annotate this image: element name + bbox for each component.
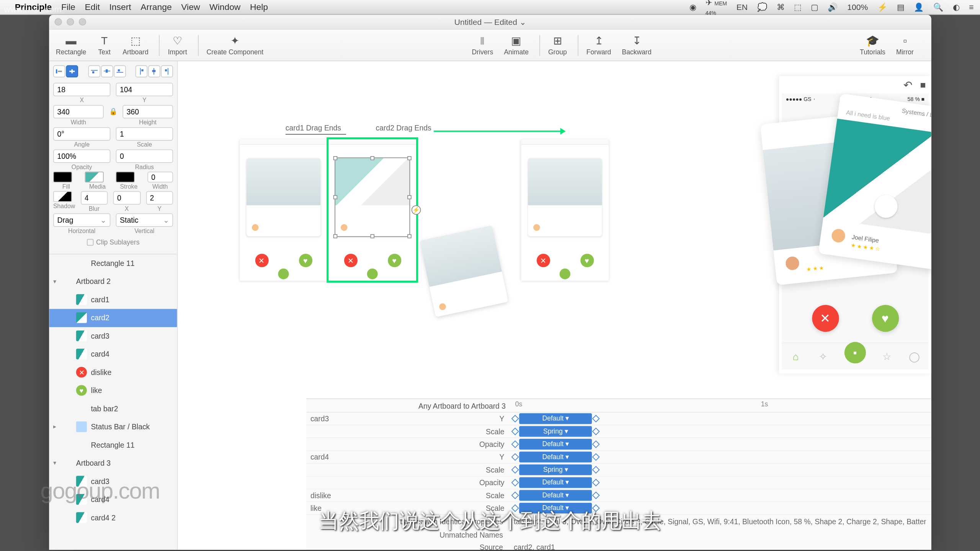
preview-device[interactable]: ●●●●● GS ⬝ 9:41 AM 58 % ■ ★ ★ ★ Systems … — [782, 94, 928, 370]
menu-edit[interactable]: Edit — [85, 2, 100, 12]
shadow-swatch[interactable] — [53, 191, 72, 202]
layer-row[interactable]: card3 — [49, 328, 177, 346]
timeline-row[interactable]: card4YDefault ▾ — [306, 451, 931, 464]
menu-window[interactable]: Window — [209, 2, 240, 12]
timeline-row[interactable]: OpacityDefault ▾ — [306, 438, 931, 451]
timeline-row[interactable]: OpacityDefault ▾ — [306, 476, 931, 489]
tool-tutorials[interactable]: 🎓Tutorials — [860, 35, 885, 56]
traffic-lights[interactable] — [54, 18, 86, 25]
layer-row[interactable]: tab bar2 — [49, 400, 177, 418]
tab-video-icon[interactable]: ▪ — [844, 342, 866, 363]
align-vertical-group[interactable] — [136, 65, 173, 78]
lock-aspect-icon[interactable]: 🔒 — [109, 105, 117, 115]
layer-row[interactable]: Rectangle 11 — [49, 436, 177, 454]
siri-icon[interactable]: ◐ — [953, 2, 960, 12]
media-swatch[interactable] — [85, 172, 103, 183]
tab-home-icon[interactable]: ⌂ — [789, 350, 802, 363]
timeline-row[interactable]: dislikeScaleDefault ▾ — [306, 489, 931, 502]
select-horizontal[interactable]: Drag — [53, 214, 111, 227]
input-radius[interactable] — [116, 149, 173, 163]
input-angle[interactable] — [53, 127, 111, 140]
input-height[interactable] — [122, 105, 173, 118]
pv-dislike-button[interactable]: ✕ — [812, 305, 838, 332]
tray-icon-1[interactable]: ▤ — [897, 2, 904, 12]
artboard-1[interactable]: ✕♥ — [240, 139, 327, 280]
tool-drivers[interactable]: ⦀Drivers — [472, 35, 493, 56]
align-horizontal-group[interactable] — [53, 65, 78, 78]
layers-panel: Rectangle 11▾Artboard 2card1card2card3ca… — [49, 255, 177, 550]
mem-indicator[interactable]: ✈ MEM44% — [706, 0, 727, 16]
tool-backward[interactable]: ↧Backward — [622, 35, 652, 56]
selected-card2[interactable] — [335, 158, 409, 236]
lightning-icon[interactable]: ⚡ — [412, 205, 421, 215]
layer-row[interactable]: ✕dislike — [49, 364, 177, 381]
menu-arrange[interactable]: Arrange — [140, 2, 172, 12]
volume-icon[interactable]: 🔊 — [828, 2, 838, 12]
menu-help[interactable]: Help — [250, 2, 268, 12]
clip-sublayers[interactable]: Clip Sublayers — [53, 238, 173, 246]
layer-row[interactable]: Rectangle 11 — [49, 255, 177, 273]
rewind-icon[interactable]: ↶ — [903, 78, 912, 91]
bt-icon[interactable]: ⌘ — [777, 2, 785, 12]
tool-group[interactable]: ⊞Group — [539, 35, 567, 56]
layer-row[interactable]: card2 — [49, 309, 177, 327]
tab-profile-icon[interactable]: ◯ — [908, 350, 921, 363]
record-icon[interactable]: ■ — [920, 80, 926, 90]
display-icon[interactable]: ▢ — [811, 2, 818, 12]
wifi-icon[interactable]: ⬚ — [794, 2, 801, 12]
tool-create-component[interactable]: ✦Create Component — [198, 35, 264, 56]
battery-indicator[interactable]: 100% — [847, 2, 868, 12]
notification-icon[interactable]: ≡ — [969, 2, 973, 12]
input-shadow-x[interactable] — [113, 191, 140, 205]
input-shadow-y[interactable] — [146, 191, 173, 205]
input-stroke-width[interactable] — [147, 172, 173, 183]
stroke-swatch[interactable] — [116, 172, 135, 183]
input-width[interactable] — [53, 105, 104, 118]
tool-animate[interactable]: ▣Animate — [504, 35, 529, 56]
tab-explore-icon[interactable]: ✧ — [817, 350, 830, 363]
align-distribute-group[interactable] — [88, 65, 126, 78]
search-icon[interactable]: 🔍 — [933, 2, 943, 12]
floating-card[interactable] — [420, 225, 508, 317]
inspector-panel: X Y Width 🔒 Height Angle Scale Opacity R… — [49, 61, 177, 254]
layer-row[interactable]: card4 2 — [49, 509, 177, 527]
svg-rect-7 — [105, 69, 107, 73]
menu-file[interactable]: File — [61, 2, 75, 12]
timeline-row[interactable]: ScaleSpring ▾ — [306, 425, 931, 438]
record-icon[interactable]: ◉ — [689, 2, 696, 12]
menu-insert[interactable]: Insert — [109, 2, 131, 12]
layer-row[interactable]: ▾Artboard 2 — [49, 273, 177, 291]
tool-import[interactable]: ♡Import — [159, 35, 187, 56]
pv-like-button[interactable]: ♥ — [872, 305, 898, 332]
tool-mirror[interactable]: ▫Mirror — [896, 35, 914, 56]
lang-indicator[interactable]: EN — [737, 2, 748, 12]
timeline-row[interactable]: ScaleSpring ▾ — [306, 464, 931, 476]
timeline-ruler[interactable]: 0s 1s 2s — [515, 399, 931, 412]
tool-forward[interactable]: ↥Forward — [578, 35, 611, 56]
tool-artboard[interactable]: ⬚Artboard — [122, 35, 148, 56]
select-vertical[interactable]: Static — [116, 214, 173, 227]
user-icon[interactable]: 👤 — [914, 2, 924, 12]
layer-row[interactable]: ▾Artboard 3 — [49, 455, 177, 473]
tool-text[interactable]: TText — [97, 35, 112, 56]
tab-star-icon[interactable]: ☆ — [880, 350, 893, 363]
timeline-row[interactable]: card3YDefault ▾ — [306, 412, 931, 425]
input-opacity[interactable] — [53, 149, 111, 163]
cloud-icon[interactable]: 💭 — [757, 2, 767, 12]
layer-row[interactable]: card1 — [49, 291, 177, 309]
artboard-3[interactable]: ✕♥ — [521, 139, 609, 280]
input-scale[interactable] — [116, 127, 173, 140]
artboard-2[interactable]: ⚡ ✕♥ — [328, 139, 416, 280]
tool-rectangle[interactable]: ▬Rectangle — [56, 35, 86, 56]
canvas[interactable]: card1 Drag Ends card2 Drag Ends ✕♥ — [178, 61, 931, 550]
fill-swatch[interactable] — [53, 172, 72, 183]
input-x[interactable] — [53, 83, 111, 96]
layer-row[interactable]: card4 — [49, 346, 177, 364]
input-y[interactable] — [116, 83, 173, 96]
transition-label-1: card1 Drag Ends — [286, 124, 341, 132]
input-blur[interactable] — [80, 191, 108, 205]
layer-row[interactable]: ▸Status Bar / Black — [49, 418, 177, 436]
layer-row[interactable]: ♥like — [49, 382, 177, 400]
menu-view[interactable]: View — [181, 2, 200, 12]
arrow-1 — [286, 134, 346, 135]
